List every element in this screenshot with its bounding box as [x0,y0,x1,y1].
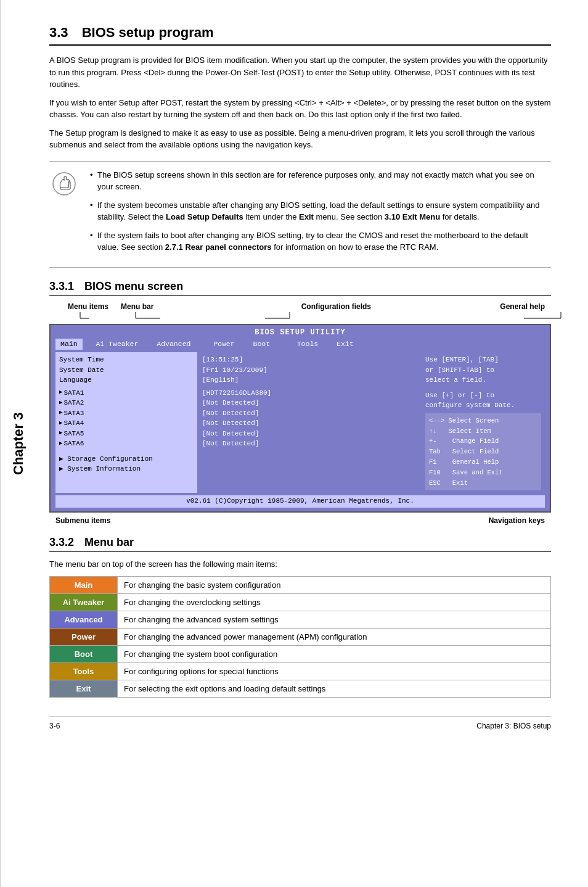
bios-nd2: [Not Detected] [202,408,417,419]
bios-menu-exit: Exit [323,339,358,350]
label-navigation-keys: Navigation keys [489,516,545,525]
bios-hdd-val: [HDT722516DLA380] [202,388,417,398]
bios-menu-ai: Ai Tweaker [83,339,144,350]
bios-lang-val: [English] [202,375,417,386]
bios-menu-advanced: Advanced [143,339,195,350]
bios-sata2: SATA2 [59,398,194,408]
menu-label-boot: Boot [50,646,118,663]
table-row-power: Power For changing the advanced power ma… [50,629,551,646]
connector-lines [49,312,551,323]
key-pm: +- Change Field [429,436,537,447]
bios-left-panel: System Time System Date Language SATA1 S… [55,352,197,493]
bios-help-4: Use [+] or [-] to [425,390,541,401]
table-row-tools: Tools For configuring options for specia… [50,663,551,680]
subsection-number: 3.3.1 [49,280,74,292]
bios-menu-main: Main [55,339,83,350]
menu-label-exit: Exit [50,680,118,698]
menu-label-power: Power [50,629,118,646]
connector-svg [55,312,588,321]
key-arrows: <--> Select Screen [429,416,537,426]
bios-sata1: SATA1 [59,388,194,398]
main-content: 3.3 BIOS setup program A BIOS Setup prog… [49,25,551,730]
note-icon [49,169,79,260]
menu-desc-exit: For selecting the exit options and loadi… [118,680,551,698]
page-footer: 3-6 Chapter 3: BIOS setup [49,716,551,730]
page-number: 3-6 [49,722,60,730]
note-hand-icon [52,171,76,196]
bios-screen: BIOS SETUP UTILITY Main Ai Tweaker Advan… [49,324,551,513]
chapter-label: Chapter 3 [11,412,27,474]
note-item-1: The BIOS setup screens shown in this sec… [88,169,544,193]
key-esc: ESC Exit [429,478,537,489]
paragraph-3: The Setup program is designed to make it… [49,127,551,151]
menu-label-main: Main [50,577,118,594]
menu-desc-main: For changing the basic system configurat… [118,577,551,594]
key-tab: Tab Select Field [429,447,537,457]
bios-date-val: [Fri 10/23/2009] [202,365,417,376]
bios-footer: v02.61 (C)Copyright 1985-2009, American … [55,495,545,507]
paragraph-1: A BIOS Setup program is provided for BIO… [49,54,551,91]
bios-sata6: SATA6 [59,439,194,449]
key-f1: F1 General Help [429,457,537,468]
bios-sysinfo: ▶ System Information [59,464,194,474]
bios-bottom-labels: Submenu items Navigation keys [49,515,551,526]
menu-bar-table: Main For changing the basic system confi… [49,576,551,698]
bios-help-1: Use [ENTER], [TAB] [425,355,541,365]
table-row-boot: Boot For changing the system boot config… [50,646,551,663]
bios-sata3: SATA3 [59,408,194,419]
bios-body: System Time System Date Language SATA1 S… [55,352,545,493]
section-number: 3.3 [49,25,68,40]
label-config-fields: Configuration fields [172,302,500,311]
label-general-help: General help [500,302,545,311]
svg-point-0 [53,173,75,195]
bios-menu-boot: Boot [240,339,275,350]
bios-top-labels: Menu items Menu bar Configuration fields… [49,302,551,311]
menu-desc-ai: For changing the overclocking settings [118,594,551,611]
section-3-3-1-title: 3.3.1 BIOS menu screen [49,280,551,296]
table-row-advanced: Advanced For changing the advanced syste… [50,611,551,629]
note-item-3: If the system fails to boot after changi… [88,229,544,254]
menu-desc-power: For changing the advanced power manageme… [118,629,551,646]
bios-time-val: [13:51:25] [202,355,417,365]
paragraph-2: If you wish to enter Setup after POST, r… [49,97,551,121]
label-submenu-items: Submenu items [55,516,110,525]
bios-storage: ▶ Storage Configuration [59,454,194,464]
note3-bold: 2.7.1 Rear panel connectors [165,242,272,252]
note2-bold: Load Setup Defaults [166,212,243,221]
bios-help-3: select a field. [425,375,541,386]
chapter-sidebar: Chapter 3 [0,0,37,887]
bios-nd4: [Not Detected] [202,429,417,439]
bios-sata5: SATA5 [59,429,194,439]
menu-label-tools: Tools [50,663,118,680]
table-row-ai: Ai Tweaker For changing the overclocking… [50,594,551,611]
section-3-3-2-intro: The menu bar on top of the screen has th… [49,558,551,571]
section-3-3-2-title: 3.3.2 Menu bar [49,536,551,552]
menu-label-ai: Ai Tweaker [50,594,118,611]
label-menu-bar: Menu bar [121,302,153,311]
note-box: The BIOS setup screens shown in this sec… [49,161,551,268]
note-item-2: If the system becomes unstable after cha… [88,199,544,223]
key-ud: ↑↓ Select Item [429,426,537,437]
bios-language: Language [59,375,194,386]
key-f10: F10 Save and Exit [429,468,537,478]
bios-help-2: or [SHIFT-TAB] to [425,365,541,376]
bios-nd3: [Not Detected] [202,418,417,429]
subsection-title-text: BIOS menu screen [84,280,183,292]
bios-system-time: System Time [59,355,194,365]
table-row-main: Main For changing the basic system confi… [50,577,551,594]
note2-section: 3.10 Exit Menu [385,212,440,221]
menu-desc-advanced: For changing the advanced system setting… [118,611,551,629]
bios-title: BIOS SETUP UTILITY [55,328,545,338]
menu-label-advanced: Advanced [50,611,118,629]
menu-desc-boot: For changing the system boot configurati… [118,646,551,663]
subsec2-title-text: Menu bar [84,536,134,548]
bios-center-panel: [13:51:25] [Fri 10/23/2009] [English] [H… [197,352,422,493]
bios-menu-row: Main Ai Tweaker Advanced Power Boot Tool… [55,339,545,350]
section-3-3-title: 3.3 BIOS setup program [49,25,551,46]
note-content: The BIOS setup screens shown in this sec… [88,169,544,260]
bios-menu-tools: Tools [275,339,323,350]
bios-menu-power: Power [195,339,239,350]
bios-system-date: System Date [59,365,194,376]
bios-key-legend: <--> Select Screen ↑↓ Select Item +- Cha… [425,413,541,491]
label-menu-items: Menu items [68,302,108,311]
